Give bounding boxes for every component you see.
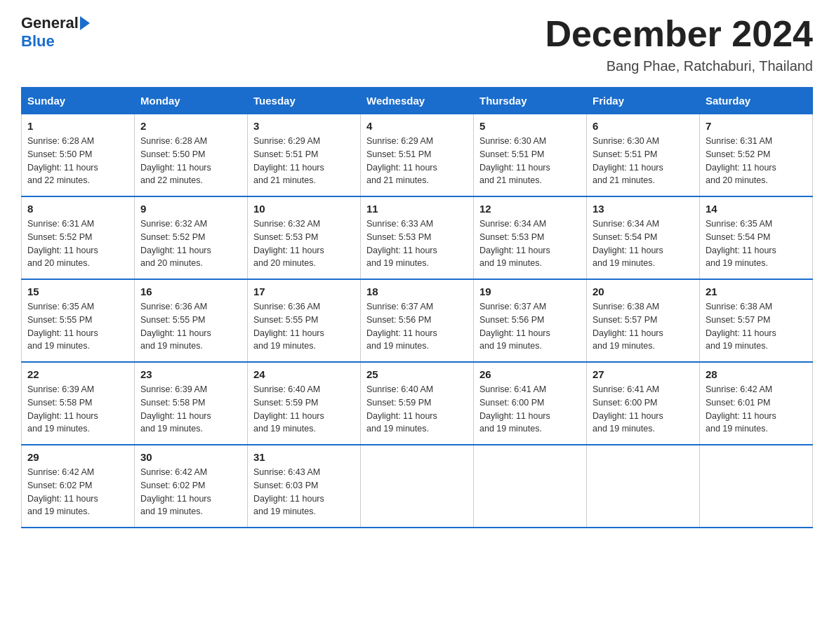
day-info: Sunrise: 6:30 AMSunset: 5:51 PMDaylight:… xyxy=(479,135,581,187)
day-number: 27 xyxy=(593,368,694,380)
day-number: 31 xyxy=(253,451,355,463)
calendar-cell: 31Sunrise: 6:43 AMSunset: 6:03 PMDayligh… xyxy=(248,445,361,528)
calendar-week-row: 29Sunrise: 6:42 AMSunset: 6:02 PMDayligh… xyxy=(22,445,813,528)
calendar-cell: 10Sunrise: 6:32 AMSunset: 5:53 PMDayligh… xyxy=(248,196,361,279)
day-number: 21 xyxy=(706,286,807,297)
day-number: 23 xyxy=(140,368,241,380)
day-info: Sunrise: 6:29 AMSunset: 5:51 PMDaylight:… xyxy=(366,135,468,187)
calendar-cell xyxy=(361,445,474,528)
day-number: 3 xyxy=(253,120,355,132)
day-info: Sunrise: 6:35 AMSunset: 5:54 PMDaylight:… xyxy=(706,217,807,270)
calendar-cell: 22Sunrise: 6:39 AMSunset: 5:58 PMDayligh… xyxy=(22,362,135,445)
day-info: Sunrise: 6:39 AMSunset: 5:58 PMDaylight:… xyxy=(27,383,128,436)
calendar-table: SundayMondayTuesdayWednesdayThursdayFrid… xyxy=(21,87,813,528)
calendar-cell: 18Sunrise: 6:37 AMSunset: 5:56 PMDayligh… xyxy=(361,279,474,362)
day-number: 28 xyxy=(706,368,807,380)
day-info: Sunrise: 6:30 AMSunset: 5:51 PMDaylight:… xyxy=(593,135,694,187)
calendar-cell: 28Sunrise: 6:42 AMSunset: 6:01 PMDayligh… xyxy=(700,362,813,445)
day-info: Sunrise: 6:39 AMSunset: 5:58 PMDaylight:… xyxy=(140,383,241,436)
calendar-cell: 15Sunrise: 6:35 AMSunset: 5:55 PMDayligh… xyxy=(22,279,135,362)
day-info: Sunrise: 6:32 AMSunset: 5:53 PMDaylight:… xyxy=(253,217,355,270)
day-info: Sunrise: 6:37 AMSunset: 5:56 PMDaylight:… xyxy=(479,300,581,353)
calendar-cell: 2Sunrise: 6:28 AMSunset: 5:50 PMDaylight… xyxy=(135,114,248,197)
day-info: Sunrise: 6:33 AMSunset: 5:53 PMDaylight:… xyxy=(366,217,468,270)
day-info: Sunrise: 6:41 AMSunset: 6:00 PMDaylight:… xyxy=(479,383,581,436)
day-number: 15 xyxy=(27,286,128,297)
calendar-cell xyxy=(587,445,700,528)
calendar-cell xyxy=(700,445,813,528)
day-number: 10 xyxy=(253,203,355,215)
calendar-cell: 11Sunrise: 6:33 AMSunset: 5:53 PMDayligh… xyxy=(361,196,474,279)
page-header: General Blue December 2024 Bang Phae, Ra… xyxy=(21,14,813,74)
calendar-week-row: 1Sunrise: 6:28 AMSunset: 5:50 PMDaylight… xyxy=(22,114,813,197)
column-header-friday: Friday xyxy=(587,88,700,114)
calendar-cell: 16Sunrise: 6:36 AMSunset: 5:55 PMDayligh… xyxy=(135,279,248,362)
day-info: Sunrise: 6:35 AMSunset: 5:55 PMDaylight:… xyxy=(27,300,128,353)
calendar-cell: 14Sunrise: 6:35 AMSunset: 5:54 PMDayligh… xyxy=(700,196,813,279)
calendar-cell: 6Sunrise: 6:30 AMSunset: 5:51 PMDaylight… xyxy=(587,114,700,197)
calendar-cell: 5Sunrise: 6:30 AMSunset: 5:51 PMDaylight… xyxy=(474,114,587,197)
column-header-sunday: Sunday xyxy=(22,88,135,114)
day-number: 30 xyxy=(140,451,241,463)
calendar-week-row: 15Sunrise: 6:35 AMSunset: 5:55 PMDayligh… xyxy=(22,279,813,362)
calendar-cell: 12Sunrise: 6:34 AMSunset: 5:53 PMDayligh… xyxy=(474,196,587,279)
day-info: Sunrise: 6:34 AMSunset: 5:54 PMDaylight:… xyxy=(593,217,694,270)
day-number: 24 xyxy=(253,368,355,380)
day-number: 16 xyxy=(140,286,241,297)
day-info: Sunrise: 6:31 AMSunset: 5:52 PMDaylight:… xyxy=(706,135,807,187)
calendar-header-row: SundayMondayTuesdayWednesdayThursdayFrid… xyxy=(22,88,813,114)
logo-general-text: General xyxy=(21,14,79,32)
day-info: Sunrise: 6:28 AMSunset: 5:50 PMDaylight:… xyxy=(27,135,128,187)
day-info: Sunrise: 6:36 AMSunset: 5:55 PMDaylight:… xyxy=(253,300,355,353)
calendar-cell: 23Sunrise: 6:39 AMSunset: 5:58 PMDayligh… xyxy=(135,362,248,445)
day-number: 20 xyxy=(593,286,694,297)
day-info: Sunrise: 6:32 AMSunset: 5:52 PMDaylight:… xyxy=(140,217,241,270)
calendar-cell: 13Sunrise: 6:34 AMSunset: 5:54 PMDayligh… xyxy=(587,196,700,279)
day-number: 9 xyxy=(140,203,241,215)
day-number: 7 xyxy=(706,120,807,132)
day-number: 18 xyxy=(366,286,468,297)
day-number: 5 xyxy=(479,120,581,132)
day-info: Sunrise: 6:31 AMSunset: 5:52 PMDaylight:… xyxy=(27,217,128,270)
calendar-cell: 8Sunrise: 6:31 AMSunset: 5:52 PMDaylight… xyxy=(22,196,135,279)
calendar-cell: 9Sunrise: 6:32 AMSunset: 5:52 PMDaylight… xyxy=(135,196,248,279)
calendar-cell: 29Sunrise: 6:42 AMSunset: 6:02 PMDayligh… xyxy=(22,445,135,528)
day-number: 6 xyxy=(593,120,694,132)
day-info: Sunrise: 6:38 AMSunset: 5:57 PMDaylight:… xyxy=(593,300,694,353)
calendar-cell: 26Sunrise: 6:41 AMSunset: 6:00 PMDayligh… xyxy=(474,362,587,445)
calendar-cell: 4Sunrise: 6:29 AMSunset: 5:51 PMDaylight… xyxy=(361,114,474,197)
column-header-tuesday: Tuesday xyxy=(248,88,361,114)
day-info: Sunrise: 6:36 AMSunset: 5:55 PMDaylight:… xyxy=(140,300,241,353)
calendar-cell: 30Sunrise: 6:42 AMSunset: 6:02 PMDayligh… xyxy=(135,445,248,528)
day-info: Sunrise: 6:41 AMSunset: 6:00 PMDaylight:… xyxy=(593,383,694,436)
day-info: Sunrise: 6:28 AMSunset: 5:50 PMDaylight:… xyxy=(140,135,241,187)
day-number: 13 xyxy=(593,203,694,215)
day-info: Sunrise: 6:37 AMSunset: 5:56 PMDaylight:… xyxy=(366,300,468,353)
day-number: 12 xyxy=(479,203,581,215)
day-number: 8 xyxy=(27,203,128,215)
calendar-cell: 20Sunrise: 6:38 AMSunset: 5:57 PMDayligh… xyxy=(587,279,700,362)
calendar-cell: 7Sunrise: 6:31 AMSunset: 5:52 PMDaylight… xyxy=(700,114,813,197)
day-info: Sunrise: 6:40 AMSunset: 5:59 PMDaylight:… xyxy=(253,383,355,436)
calendar-cell: 17Sunrise: 6:36 AMSunset: 5:55 PMDayligh… xyxy=(248,279,361,362)
column-header-saturday: Saturday xyxy=(700,88,813,114)
calendar-cell: 21Sunrise: 6:38 AMSunset: 5:57 PMDayligh… xyxy=(700,279,813,362)
column-header-thursday: Thursday xyxy=(474,88,587,114)
calendar-cell: 1Sunrise: 6:28 AMSunset: 5:50 PMDaylight… xyxy=(22,114,135,197)
logo-blue-text: Blue xyxy=(21,32,55,50)
calendar-cell: 27Sunrise: 6:41 AMSunset: 6:00 PMDayligh… xyxy=(587,362,700,445)
month-title: December 2024 xyxy=(545,14,813,54)
location-text: Bang Phae, Ratchaburi, Thailand xyxy=(545,58,813,74)
day-number: 25 xyxy=(366,368,468,380)
calendar-cell: 25Sunrise: 6:40 AMSunset: 5:59 PMDayligh… xyxy=(361,362,474,445)
day-info: Sunrise: 6:42 AMSunset: 6:02 PMDaylight:… xyxy=(27,466,128,518)
logo-arrow-icon xyxy=(80,16,90,30)
day-number: 29 xyxy=(27,451,128,463)
day-info: Sunrise: 6:38 AMSunset: 5:57 PMDaylight:… xyxy=(706,300,807,353)
logo: General Blue xyxy=(21,14,91,51)
calendar-cell: 3Sunrise: 6:29 AMSunset: 5:51 PMDaylight… xyxy=(248,114,361,197)
day-info: Sunrise: 6:42 AMSunset: 6:02 PMDaylight:… xyxy=(140,466,241,518)
calendar-cell xyxy=(474,445,587,528)
day-number: 22 xyxy=(27,368,128,380)
day-number: 11 xyxy=(366,203,468,215)
